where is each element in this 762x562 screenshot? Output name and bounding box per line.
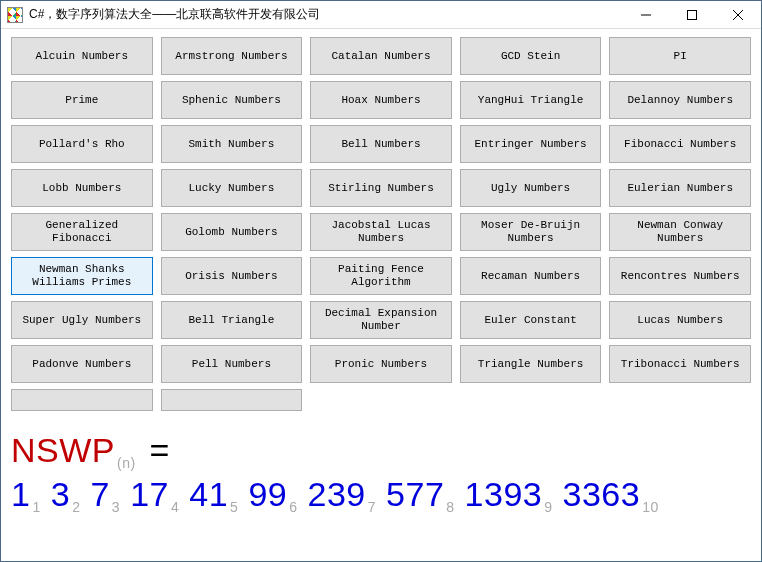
- algo-button[interactable]: Super Ugly Numbers: [11, 301, 153, 339]
- algo-button[interactable]: Golomb Numbers: [161, 213, 303, 251]
- algo-button[interactable]: Hoax Numbers: [310, 81, 452, 119]
- algo-button[interactable]: Recaman Numbers: [460, 257, 602, 295]
- maximize-icon: [687, 10, 697, 20]
- algo-button[interactable]: Paiting Fence Algorithm: [310, 257, 452, 295]
- content-area: Alcuin NumbersArmstrong NumbersCatalan N…: [1, 29, 761, 561]
- algo-button[interactable]: Delannoy Numbers: [609, 81, 751, 119]
- algo-button[interactable]: Ugly Numbers: [460, 169, 602, 207]
- algo-button[interactable]: Eulerian Numbers: [609, 169, 751, 207]
- algo-button[interactable]: Newman Shanks Williams Primes: [11, 257, 153, 295]
- close-button[interactable]: [715, 1, 761, 28]
- svg-rect-1: [688, 10, 697, 19]
- algo-button[interactable]: Alcuin Numbers: [11, 37, 153, 75]
- sequence-term: 17: [130, 475, 169, 513]
- algo-button[interactable]: Jacobstal Lucas Numbers: [310, 213, 452, 251]
- algo-button[interactable]: Armstrong Numbers: [161, 37, 303, 75]
- window-title: C#，数字序列算法大全——北京联高软件开发有限公司: [29, 6, 623, 23]
- algo-button[interactable]: Sphenic Numbers: [161, 81, 303, 119]
- algo-button[interactable]: Moser De-Bruijn Numbers: [460, 213, 602, 251]
- algo-button[interactable]: Smith Numbers: [161, 125, 303, 163]
- sequence-term: 3363: [563, 475, 641, 513]
- close-icon: [733, 10, 743, 20]
- app-window: C#，数字序列算法大全——北京联高软件开发有限公司 Alcuin Numbers…: [0, 0, 762, 562]
- algo-button[interactable]: Euler Constant: [460, 301, 602, 339]
- extra-row: [11, 389, 751, 411]
- blank-button[interactable]: [11, 389, 153, 411]
- sequence-index: 1: [32, 499, 40, 515]
- sequence-term: 7: [90, 475, 109, 513]
- algo-button[interactable]: Fibonacci Numbers: [609, 125, 751, 163]
- algo-button[interactable]: Pollard's Rho: [11, 125, 153, 163]
- algo-button[interactable]: PI: [609, 37, 751, 75]
- algo-button[interactable]: Pronic Numbers: [310, 345, 452, 383]
- algo-button[interactable]: Pell Numbers: [161, 345, 303, 383]
- sequence-index: 4: [171, 499, 179, 515]
- sequence-term: 3: [51, 475, 70, 513]
- algo-button[interactable]: Padonve Numbers: [11, 345, 153, 383]
- algo-button[interactable]: YangHui Triangle: [460, 81, 602, 119]
- algo-button[interactable]: Rencontres Numbers: [609, 257, 751, 295]
- algo-button[interactable]: Bell Triangle: [161, 301, 303, 339]
- sequence-index: 7: [368, 499, 376, 515]
- sequence-index: 10: [642, 499, 659, 515]
- algo-button[interactable]: Lobb Numbers: [11, 169, 153, 207]
- minimize-icon: [641, 10, 651, 20]
- algo-button[interactable]: Orisis Numbers: [161, 257, 303, 295]
- sequence-term: 41: [189, 475, 228, 513]
- sequence-index: 6: [289, 499, 297, 515]
- algo-button[interactable]: Lucas Numbers: [609, 301, 751, 339]
- sequence-term: 577: [386, 475, 444, 513]
- algo-button[interactable]: Prime: [11, 81, 153, 119]
- sequence-index: 3: [112, 499, 120, 515]
- algo-button[interactable]: Newman Conway Numbers: [609, 213, 751, 251]
- algo-button[interactable]: Entringer Numbers: [460, 125, 602, 163]
- algo-button[interactable]: Lucky Numbers: [161, 169, 303, 207]
- sequence-index: 5: [230, 499, 238, 515]
- sequence-term: 1: [11, 475, 30, 513]
- sequence-term: 99: [248, 475, 287, 513]
- sequence-index: 8: [446, 499, 454, 515]
- algo-button[interactable]: Generalized Fibonacci: [11, 213, 153, 251]
- maximize-button[interactable]: [669, 1, 715, 28]
- minimize-button[interactable]: [623, 1, 669, 28]
- titlebar: C#，数字序列算法大全——北京联高软件开发有限公司: [1, 1, 761, 29]
- algo-button[interactable]: GCD Stein: [460, 37, 602, 75]
- sequence-term: 239: [308, 475, 366, 513]
- algo-button[interactable]: Catalan Numbers: [310, 37, 452, 75]
- sequence-output: NSWP(n) = 113273174415996239757781393933…: [11, 429, 751, 516]
- sequence-name: NSWP: [11, 431, 115, 469]
- equals-sign: =: [140, 431, 170, 469]
- algo-button[interactable]: Bell Numbers: [310, 125, 452, 163]
- sequence-index: 2: [72, 499, 80, 515]
- algorithm-grid: Alcuin NumbersArmstrong NumbersCatalan N…: [11, 37, 751, 383]
- algo-button[interactable]: Stirling Numbers: [310, 169, 452, 207]
- app-icon: [7, 7, 23, 23]
- algo-button[interactable]: Triangle Numbers: [460, 345, 602, 383]
- sequence-term: 1393: [465, 475, 543, 513]
- sequence-subscript: (n): [117, 455, 136, 471]
- window-controls: [623, 1, 761, 28]
- sequence-index: 9: [544, 499, 552, 515]
- algo-button[interactable]: Decimal Expansion Number: [310, 301, 452, 339]
- algo-button[interactable]: Tribonacci Numbers: [609, 345, 751, 383]
- blank-button[interactable]: [161, 389, 303, 411]
